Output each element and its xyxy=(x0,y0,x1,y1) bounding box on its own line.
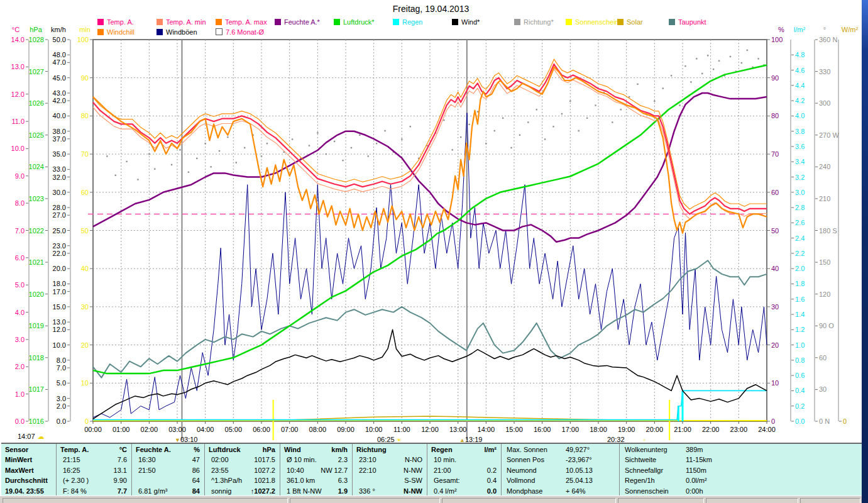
series-richtung-dot xyxy=(261,155,262,157)
axis-lm2-tick-label: 4.2 xyxy=(795,97,805,104)
axis-kmh-tick-label: 47.0 xyxy=(53,58,66,66)
series-richtung-dot xyxy=(620,109,622,110)
axis-lm2-tick-label: 3.6 xyxy=(795,143,805,150)
axis-temp-c-tick-label: 12.0 xyxy=(11,91,25,98)
cell-info: (+ 2.30 ) xyxy=(63,475,89,485)
axis-lm2-tick-label: 4.8 xyxy=(795,51,805,58)
axis-kmh-tick-label: 0.0 xyxy=(57,417,66,425)
axis-deg-tick-label: 300 xyxy=(819,99,830,107)
x-axis-label: 22:00 xyxy=(702,426,720,433)
axis-pct-tick-label: 60 xyxy=(771,189,779,196)
series-richtung-dot xyxy=(376,143,377,144)
cell-info: 336 ° xyxy=(359,486,375,496)
series-richtung-dot xyxy=(154,169,155,170)
series-richtung-dot xyxy=(266,143,268,144)
stats-table: SensorMinWertMaxWertDurchschnitt19.04. 2… xyxy=(1,443,862,495)
series-richtung-dot xyxy=(684,65,686,67)
cell-info: 16:25 xyxy=(63,465,80,475)
column-header: Feuchte A. xyxy=(136,445,171,455)
axis-hpa-tick-label: 1018 xyxy=(29,354,44,362)
axis-hpa-tick-label: 1021 xyxy=(29,258,44,266)
axis-pct-tick-label: 70 xyxy=(771,150,779,158)
series-richtung-dot xyxy=(485,143,486,144)
cell-value: NW 12.7 xyxy=(321,465,348,475)
cell-value: S-SW xyxy=(404,475,422,485)
axis-lm2-tick-label: 1.2 xyxy=(795,326,805,333)
series-richtung-dot xyxy=(654,101,655,102)
axis-hpa-tick-label: 1024 xyxy=(29,163,44,170)
x-axis-label: 04:00 xyxy=(197,426,214,433)
column-unit: hPa xyxy=(263,445,275,455)
axis-hpa-tick-label: 1017 xyxy=(29,385,44,393)
axis-kmh-tick-label: 12.0 xyxy=(53,326,66,333)
axis-kmh-tick-label: 50.0 xyxy=(53,36,66,43)
cell-value: 1021.8 xyxy=(254,475,275,485)
cell-info: 21:50 xyxy=(138,465,156,475)
info-label: Mondphase xyxy=(507,486,543,496)
axis-pct-tick-label: 0 xyxy=(771,417,775,425)
axis-kmh-tick-label: 27.0 xyxy=(53,211,66,219)
status-bar-cell xyxy=(800,498,860,503)
table-column-richtung: Richtung23:10N-NO22:10N-NWS-SW336 °N-NW xyxy=(352,444,427,497)
x-axis-label: 15:00 xyxy=(505,426,523,433)
axis-lm2-header: l/m² xyxy=(794,26,806,33)
series-richtung-dot xyxy=(671,75,672,76)
axis-kmh-tick-label: 2.0 xyxy=(57,402,66,410)
series-richtung-dot xyxy=(510,147,512,148)
cell-info: 361.0 km xyxy=(287,475,315,485)
axis-min-tick-label: 70 xyxy=(81,150,89,158)
series-richtung-dot xyxy=(148,153,150,155)
x-axis-label: 03:00 xyxy=(168,426,186,433)
info-value: 10.05.13 xyxy=(566,465,593,475)
series-richtung-dot xyxy=(309,145,310,146)
x-axis-label: 16:00 xyxy=(534,426,551,433)
series-richtung-dot xyxy=(196,158,197,159)
series-richtung-dot xyxy=(292,138,293,140)
row-label: 19.04. 23:55 xyxy=(5,486,44,496)
series-richtung-dot xyxy=(219,150,220,152)
x-axis-label: 19:00 xyxy=(618,426,635,433)
axis-hpa-tick-label: 1027 xyxy=(29,68,44,75)
axis-deg-tick-label: 360 N xyxy=(819,36,837,43)
status-bar xyxy=(0,495,862,503)
axis-kmh-tick-label: 17.0 xyxy=(53,288,66,296)
cell-info: Ø 10 min. xyxy=(287,455,317,465)
series-richtung-dot xyxy=(757,58,759,59)
axis-min-tick-label: 0 xyxy=(85,417,89,425)
cell-value: ↑1027.2 xyxy=(251,486,275,496)
cell-info: 16:30 xyxy=(138,455,156,465)
column-unit: °C xyxy=(119,445,127,455)
series-richtung-dot xyxy=(696,58,697,59)
axis-lm2-tick-label: 1.4 xyxy=(795,311,805,318)
status-bar-cell xyxy=(290,498,440,503)
axis-deg-tick-label: 270 W xyxy=(819,131,839,139)
series-richtung-dot xyxy=(586,118,588,119)
column-unit: % xyxy=(194,445,200,455)
series-richtung-dot xyxy=(519,135,520,136)
status-bar-cell xyxy=(706,498,798,503)
row-label: Sensor xyxy=(5,445,28,455)
series-richtung-dot xyxy=(612,121,613,123)
app-window: Freitag, 19.04.2013 Temp. A.Temp. A. min… xyxy=(0,0,868,503)
axis-kmh-tick-label: 22.0 xyxy=(53,250,66,257)
info-value: 11-15km xyxy=(686,455,712,465)
series-richtung-dot xyxy=(561,113,563,114)
cell-info: 6.81 g/m³ xyxy=(138,486,167,496)
cell-info: Gesamt: xyxy=(434,475,460,485)
cell-value: N-NW xyxy=(404,465,422,475)
cell-value: 9.90 xyxy=(114,475,127,485)
cell-info: 0.4 l/m² xyxy=(434,486,457,496)
cell-value: 0.4 xyxy=(487,475,497,485)
column-header: Regen xyxy=(431,445,453,455)
x-axis-label: 24:00 xyxy=(758,426,776,433)
series-richtung-dot xyxy=(460,136,461,138)
info-label: Schneefallgr xyxy=(625,465,663,475)
x-axis-label: 01:00 xyxy=(113,426,130,433)
series-richtung-dot xyxy=(115,175,116,176)
series-richtung-dot xyxy=(747,50,748,51)
cell-value: 6.3 xyxy=(338,475,348,485)
table-column-sensor: SensorMinWertMaxWertDurchschnitt19.04. 2… xyxy=(3,444,56,497)
axis-lm2-tick-label: 4.4 xyxy=(795,82,805,89)
weather-chart-plot[interactable]: 14.013.012.011.010.09.08.07.06.05.04.03.… xyxy=(0,0,868,503)
axis-hpa-tick-label: 1028 xyxy=(29,36,44,43)
